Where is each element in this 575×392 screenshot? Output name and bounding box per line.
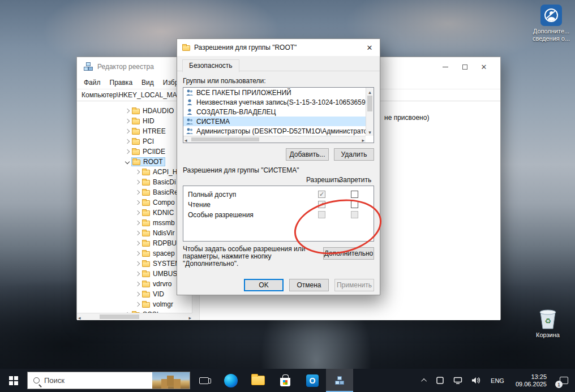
minimize-button[interactable] <box>436 58 455 75</box>
folder-icon <box>142 190 150 196</box>
folder-icon <box>142 261 150 267</box>
file-explorer-button[interactable] <box>244 369 272 392</box>
chevron-right-icon[interactable] <box>125 139 130 144</box>
deny-checkbox-full-control[interactable] <box>351 191 358 198</box>
task-view-button[interactable] <box>190 369 217 392</box>
edge-browser-icon <box>224 374 238 387</box>
group-item-unknown-account[interactable]: Неизвестная учетная запись(S-1-15-3-1024… <box>183 97 366 107</box>
group-item-administrators[interactable]: Администраторы (DESKTOP-D52TM1O\Админист… <box>183 126 366 136</box>
store-icon <box>280 378 290 386</box>
taskbar: Поиск O ENG 13:25 09.06.2025 1 <box>0 369 575 392</box>
chevron-right-icon[interactable] <box>125 129 130 133</box>
chevron-right-icon[interactable] <box>135 282 140 286</box>
deny-checkbox-read[interactable] <box>351 201 358 208</box>
chevron-right-icon[interactable] <box>135 210 140 215</box>
recycle-bin-glyph: ♻ <box>538 307 558 330</box>
scroll-left-icon[interactable] <box>77 312 82 320</box>
user-icon <box>186 108 194 115</box>
dialog-close-button[interactable] <box>359 39 380 56</box>
group-icon <box>186 118 194 125</box>
chevron-right-icon[interactable] <box>135 241 140 245</box>
group-item-creator-owner[interactable]: СОЗДАТЕЛЬ-ВЛАДЕЛЕЦ <box>183 107 366 117</box>
tablet-icon <box>436 377 444 384</box>
info-app-icon <box>540 5 562 26</box>
recycle-bin-icon[interactable]: ♻ Корзина <box>527 307 568 339</box>
registry-editor-taskbar-button[interactable] <box>326 369 353 392</box>
action-center-button[interactable]: 1 <box>552 369 575 392</box>
folder-icon <box>132 139 140 145</box>
scrollbar-thumb[interactable] <box>367 96 372 111</box>
groups-vertical-scrollbar[interactable] <box>366 88 374 136</box>
desktop-icon-info[interactable]: Дополните... сведения о... <box>531 5 572 42</box>
chevron-right-icon[interactable] <box>125 109 130 113</box>
chevron-right-icon[interactable] <box>135 221 140 225</box>
chevron-down-icon[interactable] <box>125 160 130 164</box>
chevron-right-icon[interactable] <box>135 231 140 235</box>
group-item-all-packages[interactable]: ВСЕ ПАКЕТЫ ПРИЛОЖЕНИЙ <box>183 88 366 97</box>
folder-icon <box>132 129 140 135</box>
chevron-right-icon[interactable] <box>135 302 140 307</box>
permissions-dialog: Разрешения для группы "ROOT" Безопасност… <box>177 38 380 295</box>
scroll-right-icon[interactable] <box>361 136 366 144</box>
maximize-button[interactable] <box>455 58 474 75</box>
folder-icon <box>142 251 150 257</box>
desktop-icon-label: Дополните... <box>531 28 572 35</box>
folder-icon <box>142 170 150 175</box>
clock[interactable]: 13:25 09.06.2025 <box>510 373 552 388</box>
desktop-icon-label: Корзина <box>527 331 568 339</box>
scrollbar-thumb[interactable] <box>191 137 259 141</box>
close-button[interactable] <box>474 58 494 75</box>
tray-overflow-button[interactable] <box>418 369 431 392</box>
chevron-right-icon[interactable] <box>125 149 130 154</box>
folder-icon <box>182 45 190 51</box>
menu-view[interactable]: Вид <box>137 77 158 88</box>
groups-horizontal-scrollbar[interactable] <box>183 136 366 143</box>
volume-button[interactable] <box>467 369 485 392</box>
folder-icon <box>132 160 140 165</box>
chevron-right-icon[interactable] <box>135 190 140 195</box>
clock-time: 13:25 <box>516 373 547 381</box>
chevron-right-icon[interactable] <box>135 180 140 184</box>
chevron-right-icon[interactable] <box>135 292 140 296</box>
taskbar-search-input[interactable]: Поиск <box>27 372 190 389</box>
scroll-right-icon[interactable] <box>187 312 192 320</box>
scroll-up-icon[interactable] <box>368 88 371 96</box>
deny-column-header: Запретить <box>339 176 371 184</box>
advanced-button[interactable]: Дополнительно <box>323 247 374 260</box>
add-button[interactable]: Добавить... <box>286 148 329 161</box>
menu-edit[interactable]: Правка <box>105 77 138 88</box>
store-flag-icon <box>283 380 288 385</box>
chevron-right-icon[interactable] <box>125 119 130 123</box>
microsoft-store-button[interactable] <box>272 369 299 392</box>
chevron-right-icon[interactable] <box>135 261 140 266</box>
chevron-right-icon[interactable] <box>135 272 140 276</box>
folder-icon <box>132 149 140 155</box>
allow-checkbox-read <box>318 201 325 208</box>
windows-logo-icon <box>9 376 18 385</box>
menu-file[interactable]: Файл <box>79 77 105 88</box>
cancel-button[interactable]: Отмена <box>289 279 329 291</box>
group-icon <box>186 127 194 135</box>
remove-button[interactable]: Удалить <box>334 148 374 161</box>
tab-security[interactable]: Безопасность <box>182 59 239 72</box>
dialog-tabstrip: Безопасность <box>177 56 380 71</box>
dialog-titlebar[interactable]: Разрешения для группы "ROOT" <box>177 39 380 56</box>
scrollbar-thumb[interactable] <box>100 315 139 319</box>
chevron-right-icon[interactable] <box>135 170 140 174</box>
network-button[interactable] <box>449 369 467 392</box>
scroll-left-icon[interactable] <box>183 136 188 144</box>
ok-button[interactable]: OK <box>244 279 284 291</box>
search-highlight-image[interactable] <box>152 372 190 389</box>
language-indicator[interactable]: ENG <box>485 377 510 384</box>
start-button[interactable] <box>0 369 27 392</box>
folder-icon <box>142 282 150 287</box>
tree-horizontal-scrollbar[interactable] <box>77 313 192 320</box>
chevron-right-icon[interactable] <box>135 251 140 256</box>
group-item-system[interactable]: СИСТЕМА <box>183 117 366 126</box>
outlook-button[interactable]: O <box>299 369 326 392</box>
scroll-down-icon[interactable] <box>368 128 371 136</box>
chevron-right-icon[interactable] <box>135 200 140 205</box>
edge-taskbar-button[interactable] <box>217 369 244 392</box>
tree-item-volmgr[interactable]: volmgr <box>77 299 199 309</box>
tray-device-button[interactable] <box>431 369 449 392</box>
